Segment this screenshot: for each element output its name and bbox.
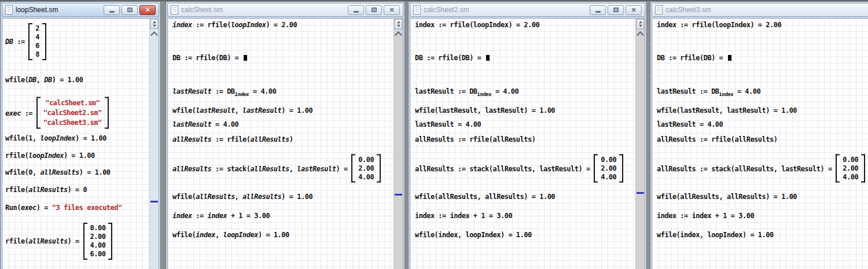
math-line[interactable]: DB := 2468 [5,23,46,60]
math-text: wfile(index, loopIndex) = 1.00 [657,231,774,239]
math-line[interactable]: rfile(allResults) = 0.002.004.006.00 [5,223,112,260]
math-line[interactable]: allResults := stack(allResults, lastResu… [172,154,381,183]
math-text: ) = 0 [68,186,87,194]
titlebar[interactable]: loopSheet.sm ✕ [2,3,159,17]
document-icon [655,5,663,14]
math-text: wfile(1, [5,134,41,142]
math-line[interactable]: wfile(index, loopIndex) = 1.00 [657,231,774,239]
math-line[interactable]: wfile(index, loopIndex) = 1.00 [172,231,289,239]
worksheet-canvas[interactable]: index := rfile(loopIndex) = 2.00DB := rf… [652,18,868,269]
close-button[interactable]: ✕ [626,5,642,15]
math-text: allResults [28,237,67,245]
math-line[interactable]: allResults := rfile(allResults) [172,135,293,143]
math-line[interactable]: index := index + 1 = 3.00 [172,212,270,220]
math-line[interactable]: allResults := stack(allResults, lastResu… [415,154,623,183]
close-icon: ✕ [631,7,636,13]
math-line[interactable]: lastResult := DBindex = 4.00 [657,87,760,95]
math-line[interactable]: DB := rfile(DB) = [415,54,490,62]
close-button[interactable]: ✕ [139,5,156,15]
math-line[interactable]: Run(exec) = "3 files executed" [5,204,122,212]
math-text: index := index + 1 = 3.00 [415,212,512,220]
math-line[interactable]: rfile(allResults) = 0 [5,186,87,194]
math-text: = 4.00 [491,87,518,95]
math-text: index [172,21,192,29]
vertical-scrollbar[interactable] [393,19,403,269]
scrollbar-split-button[interactable] [637,19,644,29]
math-line[interactable]: index := index + 1 = 3.00 [657,212,754,220]
close-button[interactable]: ✕ [384,5,400,15]
math-text: ) = 1.00 [281,193,312,201]
math-line[interactable]: wfile(lastResult, lastResult) = 1.00 [657,106,797,115]
math-line[interactable]: lastResult := DBindex = 4.00 [415,87,518,95]
math-line[interactable]: lastResult := DBindex = 4.00 [172,87,276,95]
math-line[interactable]: wfile(allResults, allResults) = 1.00 [172,193,312,201]
math-text: wfile( [172,106,196,115]
worksheet-canvas[interactable]: DB := 2468wfile(DB, DB) = 1.00exec := "c… [2,18,159,269]
window-title: calcSheet3.sm [665,6,711,14]
math-text: DB [44,76,52,84]
window-title: calcSheet.sm [181,6,223,14]
minimize-button[interactable] [348,5,364,15]
math-text: loopIndex [41,134,76,142]
window-title: calcSheet2.sm [424,6,469,14]
math-text: wfile(lastResult, lastResult) = 1.00 [657,106,797,115]
math-line[interactable]: DB := rfile(DB) = [657,54,731,62]
scrollbar-thumb[interactable] [395,194,402,196]
restore-button[interactable] [122,5,138,15]
math-line[interactable]: wfile(allResults, allResults) = 1.00 [657,193,797,201]
minimize-button[interactable] [104,5,120,15]
math-text: rfile( [5,152,28,160]
scroll-up-icon[interactable] [637,31,644,39]
math-line[interactable]: wfile(1, loopIndex) = 1.00 [5,134,106,142]
scrollbar-split-button[interactable] [395,19,402,29]
titlebar[interactable]: calcSheet.sm ✕ [167,3,403,17]
math-line[interactable]: wfile(lastResult, lastResult) = 1.00 [172,106,312,115]
matrix-result: 0.002.004.00 [594,154,623,183]
math-text: allResults [196,193,234,201]
math-line[interactable]: allResults := rfile(allResults) [415,135,535,143]
restore-button[interactable] [366,5,382,15]
restore-icon [127,8,133,12]
math-line[interactable]: lastResult = 4.00 [657,120,723,128]
math-line[interactable]: exec := "calcSheet.sm""calcSheet2.sm""ca… [5,97,109,129]
math-line[interactable]: index := index + 1 = 3.00 [415,212,512,220]
scrollbar-thumb[interactable] [637,192,644,194]
matrix-result: 0.002.004.00 [836,154,865,183]
worksheet-canvas[interactable]: index := rfile(loopIndex) = 2.00DB := rf… [167,18,403,269]
math-line[interactable]: wfile(index, loopIndex) = 1.00 [415,231,532,239]
mdi-workspace: { "app": {"description": "SMath workshee… [0,0,868,269]
math-text: DB [5,38,13,46]
math-text: lastResult [172,120,211,128]
math-line[interactable]: DB := rfile(DB) = [172,54,247,62]
vertical-scrollbar[interactable] [149,19,159,269]
math-line[interactable]: lastResult = 4.00 [172,120,238,128]
math-line[interactable]: allResults := rfile(allResults) [657,135,777,143]
scrollbar-split-button[interactable] [150,19,158,29]
math-text: := stack( [211,164,250,172]
restore-button[interactable] [608,5,624,15]
math-line[interactable]: index := rfile(loopIndex) = 2.00 [415,21,539,29]
titlebar[interactable]: calcSheet3.sm [652,3,868,17]
titlebar[interactable]: calcSheet2.sm ✕ [410,3,645,17]
math-line[interactable]: wfile(DB, DB) = 1.00 [5,76,83,84]
minimize-button[interactable] [590,5,606,15]
math-line[interactable]: rfile(loopIndex) = 1.00 [5,152,95,160]
math-text: "3 files executed" [52,204,122,212]
math-text: wfile(allResults, allResults) = 1.00 [657,193,797,201]
worksheet-canvas[interactable]: index := rfile(loopIndex) = 2.00DB := rf… [410,18,645,269]
math-line[interactable]: index := rfile(loopIndex) = 2.00 [172,21,297,29]
scroll-up-icon[interactable] [150,31,158,39]
math-line[interactable]: lastResult = 4.00 [415,120,481,128]
math-text: , [36,76,44,84]
math-line[interactable]: wfile(lastResult, lastResult) = 1.00 [415,106,555,115]
vertical-scrollbar[interactable] [635,19,645,269]
math-line[interactable]: allResults := stack(allResults, lastResu… [657,154,865,183]
math-line[interactable]: wfile(allResults, allResults) = 1.00 [415,193,555,201]
scrollbar-thumb[interactable] [150,201,158,202]
math-line[interactable]: wfile(0, allResults) = 1.00 [5,168,111,176]
math-line[interactable]: index := rfile(loopIndex) = 2.00 [657,21,781,29]
matrix-result: 0.002.004.00 [351,154,381,183]
math-text: := [21,109,36,117]
scroll-up-icon[interactable] [395,31,402,39]
empty-result-placeholder [486,55,490,61]
